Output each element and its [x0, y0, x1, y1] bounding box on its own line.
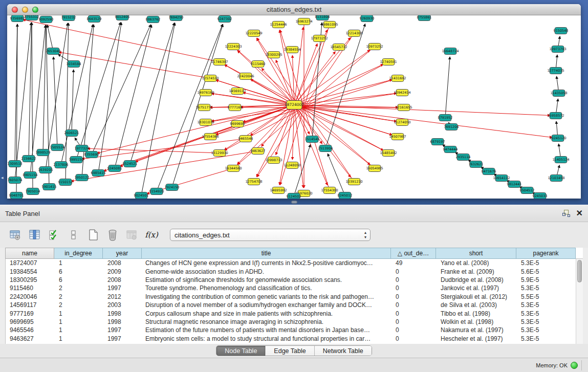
cell-pagerank[interactable]: 5.3E-5	[517, 259, 576, 267]
column-header-short[interactable]: short	[436, 248, 516, 259]
citation-edge-red[interactable]	[294, 105, 303, 188]
cell-short[interactable]: Nakamura et al. (1997)	[437, 326, 517, 334]
function-builder-icon[interactable]: f(x)	[143, 226, 160, 244]
network-node[interactable]: 8755861	[417, 15, 432, 21]
network-window[interactable]: citations_edges.txt 18724007169632741986…	[7, 4, 581, 199]
table-row[interactable]: 1830029562008Estimation of significance …	[6, 276, 583, 284]
cell-in_degree[interactable]: 1	[55, 259, 103, 267]
network-node[interactable]: 12220549	[245, 30, 262, 37]
network-node[interactable]: 1309518	[8, 161, 23, 167]
network-node[interactable]: 16963274	[295, 18, 312, 25]
column-header-name[interactable]: name	[5, 248, 54, 259]
cell-short[interactable]: Stergiakouli et al. (2012)	[437, 293, 517, 300]
tab-node-table[interactable]: Node Table	[216, 346, 266, 356]
citation-edge-black[interactable]	[157, 24, 223, 191]
network-node[interactable]: 19384554	[284, 47, 300, 53]
cell-title[interactable]: Genome-wide association studies in ADHD.	[142, 268, 391, 275]
network-node[interactable]: 9012405	[115, 15, 130, 20]
network-node[interactable]: 22420046	[237, 73, 254, 80]
cell-pagerank[interactable]: 5.6E-5	[517, 268, 576, 275]
cell-in_degree[interactable]: 2	[55, 285, 103, 292]
network-node[interactable]: 11746397	[211, 59, 228, 65]
column-header-pagerank[interactable]: pagerank	[516, 248, 576, 259]
network-node[interactable]: 10654112	[493, 175, 510, 182]
cell-short[interactable]: Tibbo et al. (1998)	[437, 310, 517, 317]
cell-name[interactable]: 9699695	[6, 318, 55, 325]
cell-name[interactable]: 9115460	[6, 285, 55, 292]
network-node[interactable]: 12161655	[395, 104, 412, 111]
network-node[interactable]: 12774035	[547, 68, 564, 74]
network-node[interactable]: 16344560	[225, 165, 242, 172]
network-node[interactable]: 10391210	[345, 179, 362, 185]
network-node[interactable]: 14976160	[197, 90, 214, 96]
network-node[interactable]: 7915232	[61, 15, 76, 21]
citation-edge-black[interactable]	[47, 25, 53, 51]
table-scrollbar[interactable]	[576, 259, 583, 344]
table-row[interactable]: 1872400712008Changes of HCN gene express…	[6, 259, 583, 267]
cell-name[interactable]: 22420046	[6, 293, 55, 300]
network-node[interactable]: 3034584	[67, 61, 81, 68]
cell-name[interactable]: 9463627	[6, 335, 55, 342]
table-row[interactable]: 911546021997Tourette syndrome. Phenomeno…	[6, 284, 583, 292]
cell-in_degree[interactable]: 6	[55, 276, 103, 283]
citation-edge-black[interactable]	[32, 23, 33, 191]
network-node[interactable]: 11248050	[284, 162, 300, 169]
network-node[interactable]: 14695992	[270, 187, 287, 194]
cell-name[interactable]: 9465546	[6, 326, 55, 334]
cell-title[interactable]: Changes of HCN gene expression and I(f) …	[142, 259, 391, 267]
network-node[interactable]: 8131804	[315, 15, 330, 20]
network-window-titlebar[interactable]: citations_edges.txt	[7, 4, 581, 15]
cell-short[interactable]: Jankovic et al. (1997)	[437, 285, 517, 292]
network-node[interactable]: 9115460	[251, 61, 266, 68]
network-node[interactable]: 11254446	[270, 21, 287, 28]
network-node[interactable]: 2513904	[318, 145, 333, 152]
citation-edge-black[interactable]	[92, 25, 150, 155]
network-node[interactable]: 8905154	[23, 172, 38, 179]
close-panel-icon[interactable]: ✕	[576, 209, 583, 217]
network-node[interactable]: 9124502	[287, 193, 301, 199]
network-node[interactable]: 10973252	[366, 43, 383, 50]
column-header-in_degree[interactable]: in_degree	[54, 248, 103, 259]
cell-title[interactable]: Embryonic stem cells: a model to study s…	[142, 335, 391, 342]
minimize-window-icon[interactable]	[22, 7, 28, 13]
cell-name[interactable]: 18300295	[6, 276, 55, 283]
network-node[interactable]: 9024501	[134, 192, 149, 199]
cell-pagerank[interactable]: 5.3E-5	[517, 310, 576, 317]
network-node[interactable]: 1514545	[305, 136, 320, 143]
network-node[interactable]: 2137806	[54, 162, 69, 168]
cell-short[interactable]: Dudbridge et al. (2008)	[437, 276, 517, 283]
citation-edge-red[interactable]	[294, 105, 550, 116]
table-row[interactable]: 2242004622012Investigating the contribut…	[6, 293, 583, 301]
citation-edge-red[interactable]	[294, 50, 370, 105]
cell-year[interactable]: 1998	[103, 310, 142, 317]
cell-out_degree[interactable]: 0	[391, 285, 437, 292]
network-node[interactable]: 7605074	[8, 177, 23, 184]
network-node[interactable]: 9247302	[217, 16, 232, 23]
cell-in_degree[interactable]: 1	[55, 335, 103, 342]
citation-edge-red[interactable]	[250, 105, 294, 136]
cell-title[interactable]: Tourette syndrome. Phenomenology and cla…	[142, 285, 391, 292]
cell-year[interactable]: 1998	[103, 318, 142, 325]
zoom-window-icon[interactable]	[32, 7, 38, 13]
cell-out_degree[interactable]: 0	[391, 301, 437, 309]
cell-year[interactable]: 1997	[103, 326, 142, 334]
network-node[interactable]: 16751771	[195, 104, 212, 111]
citation-edge-black[interactable]	[66, 23, 69, 182]
table-settings-icon[interactable]	[7, 226, 24, 244]
network-node[interactable]: 2653040	[46, 48, 61, 55]
cell-in_degree[interactable]: 2	[55, 301, 103, 309]
citation-edge-red[interactable]	[279, 30, 294, 105]
cell-title[interactable]: Structural magnetic resonance image aver…	[142, 318, 391, 325]
cell-out_degree[interactable]: 0	[391, 318, 437, 325]
network-node[interactable]: 7694250	[169, 15, 184, 21]
network-node[interactable]: 9048701	[9, 192, 24, 199]
cell-pagerank[interactable]: 5.9E-5	[517, 276, 576, 283]
network-node[interactable]: 8471676	[482, 168, 496, 175]
cell-title[interactable]: Disruption of a novel member of a sodium…	[142, 301, 391, 309]
network-node[interactable]: 16054985	[366, 165, 383, 172]
cell-year[interactable]: 2012	[103, 293, 142, 300]
collapse-handle-icon[interactable]: ◂	[1, 176, 4, 180]
network-node[interactable]: 8355690	[84, 151, 99, 158]
table-row[interactable]: 946554611997Estimation of the future num…	[6, 326, 583, 334]
cell-name[interactable]: 14569117	[6, 301, 55, 309]
